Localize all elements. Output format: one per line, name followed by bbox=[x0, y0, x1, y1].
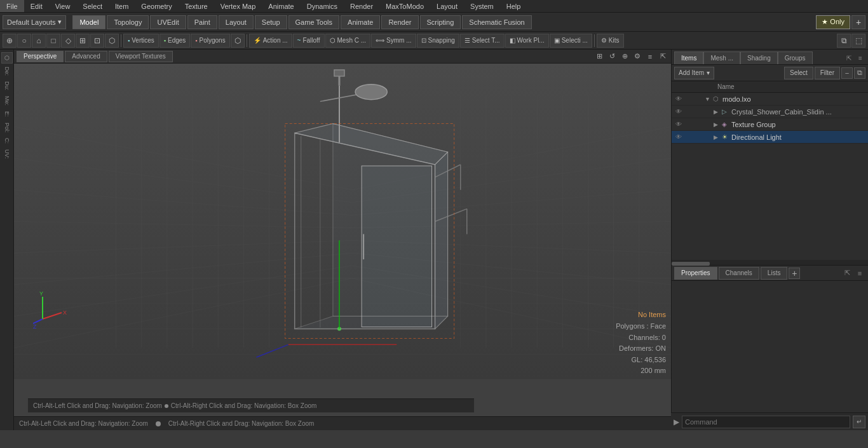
vp-refresh-icon[interactable]: ↺ bbox=[606, 51, 618, 62]
tab-animate[interactable]: Animate bbox=[341, 15, 380, 29]
menu-view[interactable]: View bbox=[49, 0, 77, 12]
mesh-button[interactable]: ⬡ Mesh C ... bbox=[325, 34, 371, 48]
vp-maximize-icon[interactable]: ⊞ bbox=[593, 51, 605, 62]
menu-animate[interactable]: Animate bbox=[262, 0, 300, 12]
items-expand-icon[interactable]: ⧉ bbox=[854, 67, 865, 79]
tool-diamond-icon[interactable]: ◇ bbox=[61, 34, 75, 48]
symmetry-button[interactable]: ⟺ Symm ... bbox=[371, 34, 416, 48]
select-tool-button[interactable]: ☰ Select T... bbox=[460, 34, 505, 48]
add-tab-button[interactable]: + bbox=[851, 15, 865, 29]
tab-game-tools[interactable]: Game Tools bbox=[288, 15, 340, 29]
expand-mesh-icon[interactable]: ▶ bbox=[714, 109, 720, 115]
add-item-button[interactable]: Add Item ▾ bbox=[674, 67, 714, 79]
eye-icon-texture[interactable]: 👁 bbox=[674, 120, 683, 129]
tab-groups[interactable]: Groups bbox=[778, 51, 813, 64]
tool-grid2-icon[interactable]: ⊡ bbox=[90, 34, 104, 48]
lt-label-uv[interactable]: UV: bbox=[4, 147, 10, 161]
tab-items[interactable]: Items bbox=[674, 51, 703, 64]
tool-grid1-icon[interactable]: ⊞ bbox=[76, 34, 90, 48]
vertices-button[interactable]: ▪ Vertices bbox=[123, 34, 159, 48]
list-item-texture[interactable]: 👁 ▶ ◈ Texture Group bbox=[672, 118, 868, 131]
tab-scripting[interactable]: Scripting bbox=[420, 15, 461, 29]
eye2-icon-light[interactable] bbox=[684, 133, 693, 142]
menu-select[interactable]: Select bbox=[76, 0, 109, 12]
eye2-icon-mesh[interactable] bbox=[684, 107, 693, 116]
props-settings-icon[interactable]: ≡ bbox=[854, 268, 865, 279]
tab-paint[interactable]: Paint bbox=[187, 15, 217, 29]
eye3-icon-light[interactable] bbox=[695, 133, 703, 142]
items-select-button[interactable]: Select bbox=[784, 67, 813, 79]
scene-canvas[interactable]: X Y Z No Items Polygons : Face Channels:… bbox=[14, 64, 671, 379]
vp-search-icon[interactable]: ⊕ bbox=[619, 51, 630, 62]
view-icon-2[interactable]: ⬚ bbox=[851, 34, 865, 48]
action-button[interactable]: ⚡ Action ... bbox=[249, 34, 292, 48]
list-item-light[interactable]: 👁 ▶ ☀ Directional Light bbox=[672, 131, 868, 144]
lt-label-me[interactable]: Me: bbox=[4, 93, 10, 108]
lt-label-e[interactable]: E: bbox=[4, 109, 10, 119]
star-only-button[interactable]: ★ Only bbox=[816, 15, 850, 29]
command-go-button[interactable]: ↵ bbox=[853, 416, 865, 428]
lt-label-c[interactable]: C: bbox=[4, 135, 10, 146]
kits-button[interactable]: ⚙ Kits bbox=[597, 34, 624, 48]
tab-topology[interactable]: Topology bbox=[107, 15, 149, 29]
eye2-icon-texture[interactable] bbox=[684, 120, 693, 129]
menu-texture[interactable]: Texture bbox=[179, 0, 214, 12]
menu-maxtomodo[interactable]: MaxToModo bbox=[379, 0, 430, 12]
expand-light-icon[interactable]: ▶ bbox=[714, 134, 720, 140]
tab-mesh[interactable]: Mesh ... bbox=[703, 51, 740, 64]
menu-item[interactable]: Item bbox=[109, 0, 135, 12]
menu-render[interactable]: Render bbox=[344, 0, 379, 12]
tab-schematic-fusion[interactable]: Schematic Fusion bbox=[462, 15, 531, 29]
work-plane-button[interactable]: ◧ Work Pl... bbox=[505, 34, 549, 48]
items-minus-icon[interactable]: − bbox=[841, 67, 853, 79]
eye3-icon-mesh[interactable] bbox=[695, 107, 703, 116]
eye-icon-light[interactable]: 👁 bbox=[674, 133, 683, 142]
eye2-icon-root[interactable] bbox=[684, 95, 693, 104]
polygons-button[interactable]: ▪ Polygons bbox=[191, 34, 229, 48]
tool-circle-icon[interactable]: ○ bbox=[17, 34, 31, 48]
menu-dynamics[interactable]: Dynamics bbox=[301, 0, 344, 12]
viewport[interactable]: Perspective Advanced Viewport Textures ⊞… bbox=[14, 50, 671, 430]
panel-settings-icon[interactable]: ≡ bbox=[855, 53, 865, 63]
tab-layout[interactable]: Layout bbox=[219, 15, 254, 29]
props-add-icon[interactable]: + bbox=[789, 268, 800, 279]
items-filter-button[interactable]: Filter bbox=[815, 67, 840, 79]
tool-home-icon[interactable]: ⌂ bbox=[32, 34, 46, 48]
command-input[interactable] bbox=[682, 416, 850, 428]
expand-texture-icon[interactable]: ▶ bbox=[714, 121, 720, 128]
props-expand-icon[interactable]: ⇱ bbox=[841, 268, 853, 279]
tab-channels[interactable]: Channels bbox=[719, 267, 759, 280]
vp-menu-icon[interactable]: ≡ bbox=[644, 51, 656, 62]
lt-label-de[interactable]: De: bbox=[4, 64, 10, 78]
vp-tab-advanced[interactable]: Advanced bbox=[65, 51, 107, 62]
snapping-button[interactable]: ⊡ Snapping bbox=[417, 34, 459, 48]
tab-lists[interactable]: Lists bbox=[761, 267, 788, 280]
tool-hex-icon[interactable]: ⬡ bbox=[105, 34, 119, 48]
tab-properties[interactable]: Properties bbox=[674, 267, 717, 280]
vp-tab-perspective[interactable]: Perspective bbox=[17, 51, 64, 62]
eye3-icon-texture[interactable] bbox=[695, 120, 703, 129]
tool-hex2-icon[interactable]: ⬡ bbox=[231, 34, 245, 48]
edges-button[interactable]: ▪ Edges bbox=[159, 34, 191, 48]
tab-setup[interactable]: Setup bbox=[255, 15, 287, 29]
menu-geometry[interactable]: Geometry bbox=[135, 0, 178, 12]
tool-crosshair-icon[interactable]: ⊕ bbox=[3, 34, 17, 48]
tab-shading[interactable]: Shading bbox=[740, 51, 778, 64]
tab-render[interactable]: Render bbox=[381, 15, 418, 29]
tab-uvedit[interactable]: UVEdit bbox=[150, 15, 186, 29]
menu-layout[interactable]: Layout bbox=[430, 0, 464, 12]
menu-system[interactable]: System bbox=[464, 0, 500, 12]
expand-root-icon[interactable]: ▼ bbox=[705, 96, 711, 102]
list-item-mesh[interactable]: 👁 ▶ ▷ Crystal_Shower_Cabin_Slidin ... bbox=[672, 105, 868, 118]
eye-icon-mesh[interactable]: 👁 bbox=[674, 107, 683, 116]
vp-settings-icon[interactable]: ⚙ bbox=[632, 51, 643, 62]
panel-expand-icon[interactable]: ⇱ bbox=[844, 53, 854, 63]
layout-dropdown[interactable]: Default Layouts ▾ bbox=[3, 15, 66, 29]
selection-button[interactable]: ▣ Selecti ... bbox=[550, 34, 592, 48]
lt-label-pol[interactable]: Pol: bbox=[4, 120, 10, 135]
tab-model[interactable]: Model bbox=[72, 15, 105, 29]
items-scrollbar[interactable] bbox=[672, 260, 868, 265]
lt-btn-1[interactable]: ⬡ bbox=[1, 52, 13, 64]
eye-icon-root[interactable]: 👁 bbox=[674, 95, 683, 104]
lt-label-du[interactable]: Du: bbox=[4, 79, 10, 93]
